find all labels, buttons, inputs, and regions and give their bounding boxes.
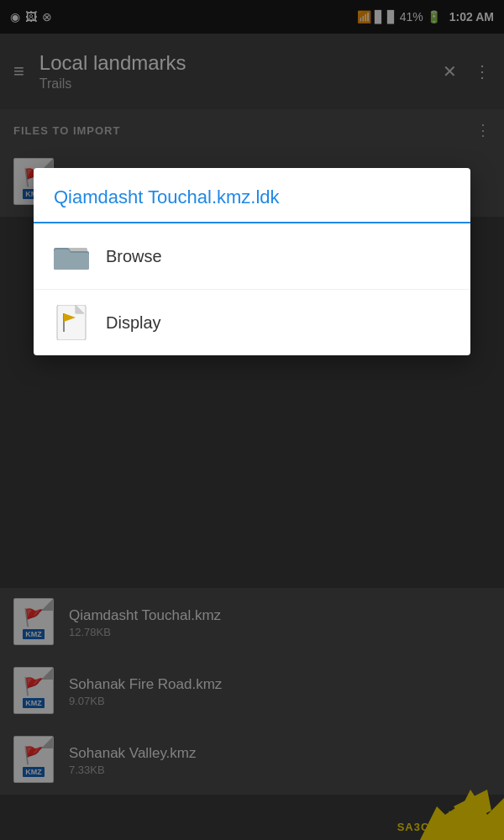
- display-doc-icon: [54, 305, 89, 340]
- browse-label: Browse: [106, 247, 162, 266]
- svg-rect-3: [57, 305, 86, 340]
- dialog: Qiamdasht Touchal.kmz.ldk Browse: [34, 168, 470, 355]
- dialog-option-browse[interactable]: Browse: [34, 223, 470, 290]
- folder-icon: [54, 239, 89, 274]
- dialog-title: Qiamdasht Touchal.kmz.ldk: [34, 168, 470, 223]
- dialog-overlay[interactable]: Qiamdasht Touchal.kmz.ldk Browse: [0, 0, 504, 840]
- display-label: Display: [106, 313, 161, 333]
- dialog-option-display[interactable]: Display: [34, 290, 470, 355]
